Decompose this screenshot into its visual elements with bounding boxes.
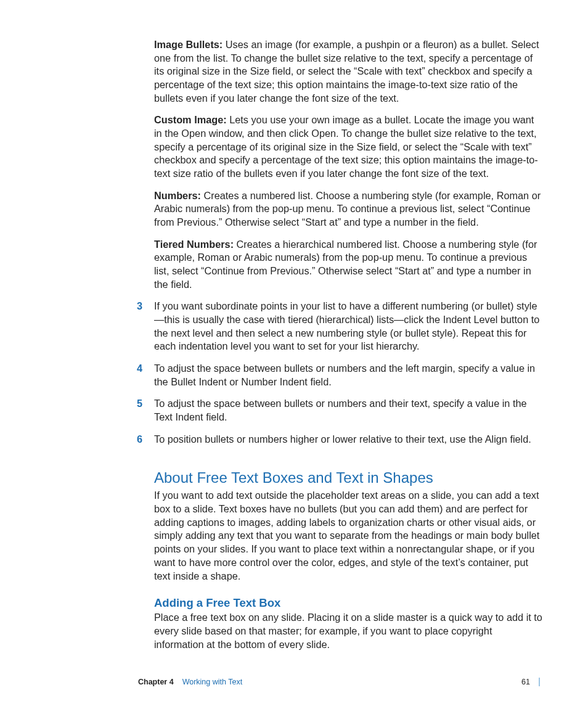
page: Image Bullets: Uses an image (for exampl…	[0, 0, 588, 706]
footer-page-number: 61	[521, 678, 530, 686]
step-text: To position bullets or numbers higher or…	[154, 433, 531, 446]
step-6: 6 To position bullets or numbers higher …	[137, 433, 544, 446]
term-text: Creates a numbered list. Choose a number…	[154, 190, 541, 228]
subsection-body: Place a free text box on any slide. Plac…	[154, 611, 544, 651]
page-body: Image Bullets: Uses an image (for exampl…	[154, 38, 544, 651]
term-label: Custom Image:	[154, 114, 229, 125]
step-number: 3	[137, 300, 154, 313]
step-text: To adjust the space between bullets or n…	[154, 397, 544, 424]
paragraph-tiered-numbers: Tiered Numbers: Creates a hierarchical n…	[154, 238, 544, 292]
page-footer: Chapter 4 Working with Text 61	[138, 678, 540, 686]
term-label: Image Bullets:	[154, 39, 226, 50]
section-body: If you want to add text outside the plac…	[154, 489, 544, 583]
term-label: Tiered Numbers:	[154, 239, 237, 250]
term-label: Numbers:	[154, 190, 204, 201]
step-number: 4	[137, 362, 154, 376]
paragraph-custom-image: Custom Image: Lets you use your own imag…	[154, 113, 544, 180]
paragraph-numbers: Numbers: Creates a numbered list. Choose…	[154, 189, 544, 229]
step-number: 6	[137, 433, 154, 446]
step-text: To adjust the space between bullets or n…	[154, 362, 544, 388]
step-text: If you want subordinate points in your l…	[154, 300, 544, 353]
step-number: 5	[137, 397, 154, 411]
section-heading: About Free Text Boxes and Text in Shapes	[154, 469, 544, 486]
footer-chapter: Chapter 4	[138, 678, 174, 686]
subsection-heading: Adding a Free Text Box	[154, 596, 544, 610]
paragraph-image-bullets: Image Bullets: Uses an image (for exampl…	[154, 38, 544, 105]
step-4: 4 To adjust the space between bullets or…	[137, 362, 544, 388]
step-3: 3 If you want subordinate points in your…	[137, 300, 544, 353]
footer-title: Working with Text	[182, 678, 243, 686]
step-5: 5 To adjust the space between bullets or…	[137, 397, 544, 424]
